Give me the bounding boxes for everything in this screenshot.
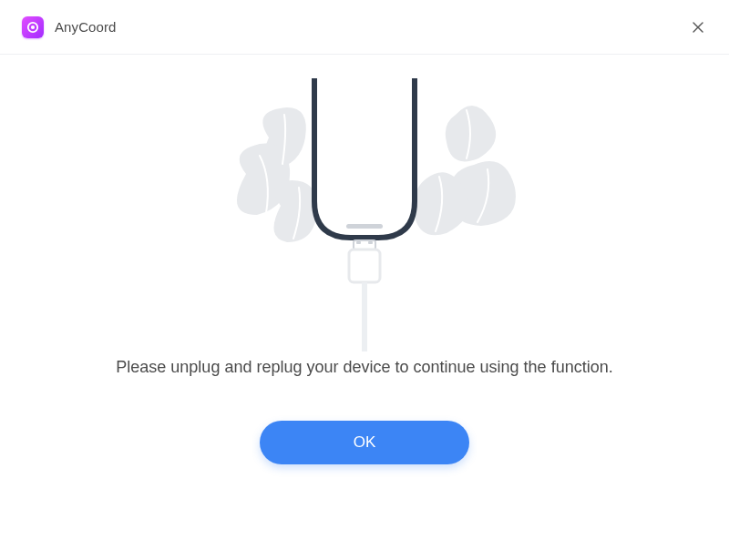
close-icon	[692, 21, 704, 34]
svg-rect-4	[356, 241, 361, 244]
app-logo-icon	[22, 16, 44, 38]
svg-point-1	[31, 25, 35, 28]
svg-rect-2	[346, 224, 383, 229]
app-title: AnyCoord	[55, 19, 117, 35]
title-left: AnyCoord	[22, 16, 117, 38]
ok-button[interactable]: OK	[260, 421, 469, 464]
svg-rect-5	[368, 241, 373, 244]
content: Please unplug and replug your device to …	[0, 55, 729, 560]
instruction-message: Please unplug and replug your device to …	[116, 355, 612, 381]
svg-rect-7	[362, 282, 367, 351]
titlebar: AnyCoord	[0, 0, 729, 55]
window: AnyCoord	[0, 0, 729, 560]
svg-rect-6	[349, 249, 380, 282]
unplug-device-illustration	[200, 78, 529, 351]
close-button[interactable]	[685, 15, 711, 40]
